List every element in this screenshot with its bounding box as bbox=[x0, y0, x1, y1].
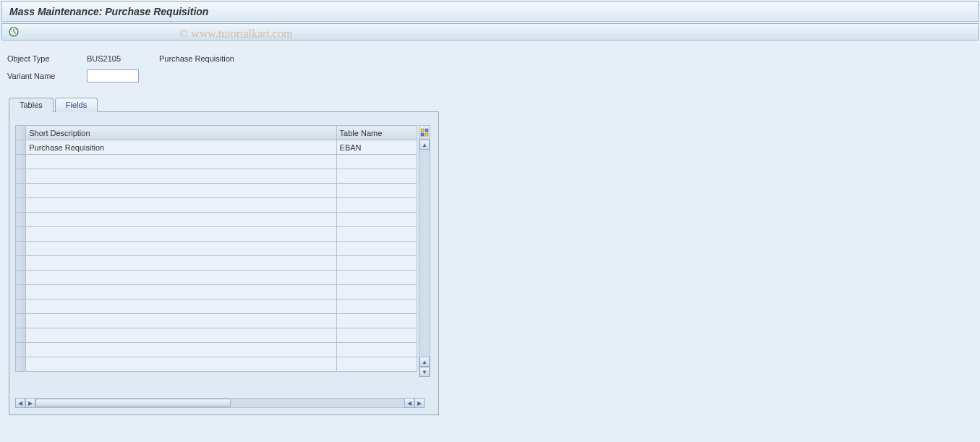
row-selector[interactable] bbox=[16, 198, 26, 213]
horizontal-scrollbar[interactable]: ◀ ▶ ◀ ▶ bbox=[15, 397, 430, 409]
table-row[interactable] bbox=[16, 357, 417, 372]
table-settings-icon[interactable] bbox=[419, 125, 430, 140]
cell-short-description[interactable] bbox=[26, 271, 336, 285]
svg-rect-4 bbox=[425, 129, 428, 132]
cell-short-description[interactable] bbox=[26, 184, 336, 198]
application-toolbar bbox=[1, 23, 979, 41]
scroll-right-icon[interactable]: ▶ bbox=[414, 398, 425, 408]
cell-short-description[interactable] bbox=[26, 227, 336, 242]
table-row[interactable] bbox=[16, 299, 417, 314]
cell-short-description[interactable] bbox=[26, 213, 336, 227]
row-selector[interactable] bbox=[16, 314, 26, 328]
scroll-down-icon[interactable]: ▼ bbox=[419, 367, 430, 377]
tab-tables[interactable]: Tables bbox=[9, 98, 54, 112]
cell-table-name[interactable]: EBAN bbox=[336, 140, 417, 155]
row-selector[interactable] bbox=[16, 271, 26, 285]
row-selector[interactable] bbox=[16, 299, 26, 314]
scroll-left2-icon[interactable]: ◀ bbox=[404, 398, 414, 408]
table-row[interactable] bbox=[16, 314, 417, 328]
cell-short-description[interactable] bbox=[26, 328, 336, 343]
hscroll-thumb[interactable] bbox=[35, 399, 231, 407]
tab-content: Short Description Table Name Purchase Re… bbox=[9, 111, 439, 415]
object-type-label: Object Type bbox=[7, 54, 87, 63]
row-selector-header[interactable] bbox=[16, 126, 26, 140]
svg-line-2 bbox=[14, 32, 16, 33]
variant-name-input[interactable] bbox=[87, 69, 139, 82]
scroll-right-inner-icon[interactable]: ▶ bbox=[25, 398, 35, 408]
cell-short-description[interactable]: Purchase Requisition bbox=[26, 140, 336, 155]
cell-short-description[interactable] bbox=[26, 357, 336, 372]
svg-rect-5 bbox=[421, 133, 424, 136]
cell-table-name[interactable] bbox=[336, 285, 417, 299]
cell-short-description[interactable] bbox=[26, 314, 336, 328]
row-selector[interactable] bbox=[16, 213, 26, 227]
cell-table-name[interactable] bbox=[336, 314, 417, 328]
table-row[interactable] bbox=[16, 155, 417, 169]
cell-short-description[interactable] bbox=[26, 285, 336, 299]
row-selector[interactable] bbox=[16, 169, 26, 184]
row-selector[interactable] bbox=[16, 256, 26, 271]
cell-table-name[interactable] bbox=[336, 213, 417, 227]
grid-wrapper: Short Description Table Name Purchase Re… bbox=[15, 125, 430, 393]
cell-short-description[interactable] bbox=[26, 169, 336, 184]
table-row[interactable] bbox=[16, 169, 417, 184]
cell-table-name[interactable] bbox=[336, 227, 417, 242]
table-row[interactable] bbox=[16, 184, 417, 198]
cell-table-name[interactable] bbox=[336, 299, 417, 314]
object-type-value: BUS2105 bbox=[87, 54, 159, 63]
cell-table-name[interactable] bbox=[336, 184, 417, 198]
cell-table-name[interactable] bbox=[336, 198, 417, 213]
tab-fields[interactable]: Fields bbox=[55, 98, 98, 112]
col-short-description[interactable]: Short Description bbox=[26, 126, 336, 140]
scroll-up-icon[interactable]: ▲ bbox=[419, 140, 430, 150]
table-row[interactable] bbox=[16, 227, 417, 242]
scroll-up2-icon[interactable]: ▲ bbox=[419, 357, 430, 367]
table-row[interactable] bbox=[16, 242, 417, 256]
table-row[interactable] bbox=[16, 198, 417, 213]
cell-short-description[interactable] bbox=[26, 343, 336, 357]
cell-table-name[interactable] bbox=[336, 357, 417, 372]
execute-icon[interactable] bbox=[8, 26, 20, 38]
table-row[interactable] bbox=[16, 343, 417, 357]
cell-table-name[interactable] bbox=[336, 343, 417, 357]
title-bar: Mass Maintenance: Purchase Requisition bbox=[1, 1, 979, 22]
variant-name-label: Variant Name bbox=[7, 72, 87, 80]
row-selector[interactable] bbox=[16, 227, 26, 242]
vertical-scrollbar[interactable]: ▲ ▲ ▼ bbox=[419, 140, 430, 377]
table-row[interactable]: Purchase RequisitionEBAN bbox=[16, 140, 417, 155]
table-row[interactable] bbox=[16, 285, 417, 299]
cell-table-name[interactable] bbox=[336, 155, 417, 169]
row-selector[interactable] bbox=[16, 184, 26, 198]
scroll-left-icon[interactable]: ◀ bbox=[15, 398, 25, 408]
table-row[interactable] bbox=[16, 271, 417, 285]
table-row[interactable] bbox=[16, 256, 417, 271]
table-row[interactable] bbox=[16, 213, 417, 227]
cell-table-name[interactable] bbox=[336, 328, 417, 343]
page-title: Mass Maintenance: Purchase Requisition bbox=[9, 6, 208, 17]
row-selector[interactable] bbox=[16, 343, 26, 357]
cell-table-name[interactable] bbox=[336, 169, 417, 184]
table-row[interactable] bbox=[16, 328, 417, 343]
cell-short-description[interactable] bbox=[26, 256, 336, 271]
cell-table-name[interactable] bbox=[336, 242, 417, 256]
cell-short-description[interactable] bbox=[26, 299, 336, 314]
row-selector[interactable] bbox=[16, 285, 26, 299]
row-selector[interactable] bbox=[16, 242, 26, 256]
tab-container: Tables Fields Short Description Table Na… bbox=[9, 97, 439, 415]
cell-short-description[interactable] bbox=[26, 242, 336, 256]
hscroll-track[interactable] bbox=[35, 398, 404, 408]
row-selector[interactable] bbox=[16, 140, 26, 155]
form-area: Object Type BUS2105 Purchase Requisition… bbox=[0, 42, 980, 90]
object-type-row: Object Type BUS2105 Purchase Requisition bbox=[7, 51, 974, 67]
col-table-name[interactable]: Table Name bbox=[336, 126, 417, 140]
tab-strip: Tables Fields bbox=[9, 98, 439, 112]
cell-table-name[interactable] bbox=[336, 256, 417, 271]
cell-table-name[interactable] bbox=[336, 271, 417, 285]
variant-name-row: Variant Name bbox=[7, 68, 974, 84]
cell-short-description[interactable] bbox=[26, 198, 336, 213]
row-selector[interactable] bbox=[16, 357, 26, 372]
svg-rect-6 bbox=[425, 133, 428, 136]
row-selector[interactable] bbox=[16, 155, 26, 169]
row-selector[interactable] bbox=[16, 328, 26, 343]
cell-short-description[interactable] bbox=[26, 155, 336, 169]
